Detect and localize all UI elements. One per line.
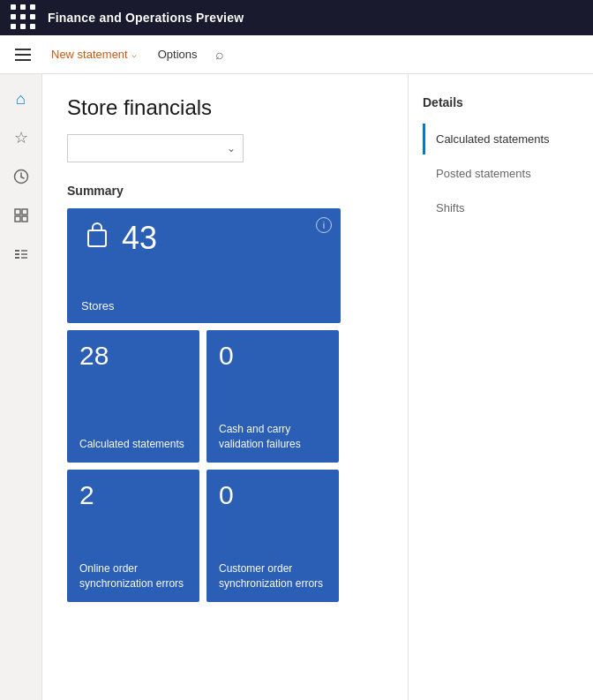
dropdown-arrow-icon: ⌄ (227, 142, 236, 154)
sidebar-grid-icon[interactable] (4, 198, 39, 233)
store-dropdown[interactable]: ⌄ (67, 134, 244, 162)
details-title: Details (423, 95, 579, 109)
customer-order-label: Customer order synchronization errors (219, 561, 327, 591)
search-icon[interactable]: ⌕ (215, 47, 224, 63)
detail-item-posted[interactable]: Posted statements (423, 158, 579, 189)
new-statement-chevron-icon: ⌵ (131, 49, 137, 59)
cash-carry-number: 0 (219, 341, 327, 371)
stores-info-icon[interactable]: i (316, 217, 332, 233)
svg-rect-7 (15, 250, 19, 252)
sidebar-star-icon[interactable]: ☆ (4, 120, 39, 155)
cash-carry-tile[interactable]: 0 Cash and carry validation failures (206, 330, 339, 463)
new-statement-button[interactable]: New statement ⌵ (44, 44, 144, 64)
svg-rect-8 (15, 253, 19, 255)
online-order-tile[interactable]: 2 Online order synchronization errors (67, 470, 199, 602)
options-button[interactable]: Options (151, 44, 205, 64)
svg-rect-4 (22, 209, 27, 215)
svg-rect-6 (22, 216, 27, 222)
calculated-statements-tile[interactable]: 28 Calculated statements (67, 330, 199, 463)
layout: ⌂ ☆ (0, 74, 593, 700)
cash-carry-label: Cash and carry validation failures (219, 422, 327, 452)
top-bar: Finance and Operations Preview (0, 0, 593, 35)
sidebar-home-icon[interactable]: ⌂ (4, 81, 39, 117)
hamburger-button[interactable] (9, 41, 37, 69)
app-title: Finance and Operations Preview (48, 11, 244, 25)
stores-tile-number: 43 (122, 220, 157, 257)
stores-tile-label: Stores (81, 299, 115, 312)
store-dropdown-value (75, 140, 79, 156)
detail-item-calculated[interactable]: Calculated statements (423, 124, 579, 154)
summary-label: Summary (67, 184, 383, 198)
svg-rect-3 (15, 209, 20, 215)
customer-order-number: 0 (219, 480, 327, 510)
details-panel: Details Calculated statements Posted sta… (408, 74, 593, 700)
svg-rect-13 (88, 230, 106, 246)
svg-rect-5 (15, 216, 20, 222)
tiles-grid: 28 Calculated statements 0 Cash and carr… (67, 330, 383, 602)
online-order-number: 2 (79, 480, 187, 510)
customer-order-tile[interactable]: 0 Customer order synchronization errors (206, 470, 339, 602)
svg-rect-9 (15, 257, 19, 259)
sidebar-clock-icon[interactable] (4, 159, 39, 194)
app-grid-icon[interactable] (11, 4, 37, 31)
stores-tile[interactable]: 43 i Stores (67, 208, 341, 323)
calculated-statements-number: 28 (79, 341, 187, 371)
detail-item-shifts[interactable]: Shifts (423, 192, 579, 223)
online-order-label: Online order synchronization errors (79, 561, 187, 591)
sidebar-list-icon[interactable] (4, 237, 39, 272)
svg-line-2 (21, 177, 24, 179)
bag-icon (81, 219, 113, 257)
page-title: Store financials (67, 95, 383, 120)
sidebar: ⌂ ☆ (0, 74, 42, 700)
main-content: Store financials ⌄ Summary 43 i Stores (42, 74, 408, 700)
secondary-nav: New statement ⌵ Options ⌕ (0, 35, 593, 74)
calculated-statements-label: Calculated statements (79, 437, 187, 452)
